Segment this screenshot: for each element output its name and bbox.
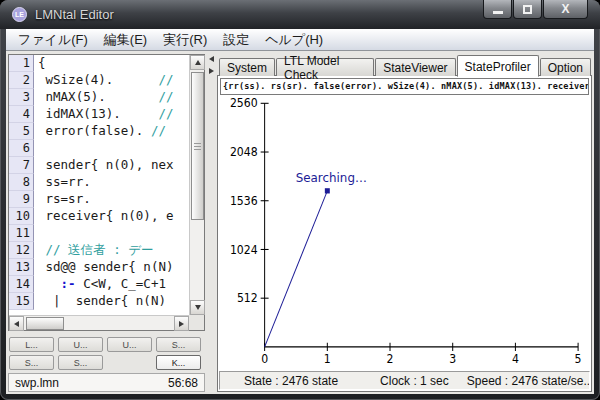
scroll-right-icon [179,321,184,327]
code-text[interactable]: error(false). // [34,123,189,140]
scroll-right-button[interactable] [174,316,189,331]
action-button-5[interactable]: S... [58,355,103,370]
comment-text: // [151,123,166,138]
code-text[interactable]: idMAX(13). // [34,106,189,123]
line-number: 3 [9,89,34,106]
code-text[interactable] [34,225,189,242]
code-text[interactable]: sd@@ sender{ n(N) [34,259,189,276]
code-text[interactable]: :- C<W, C_=C+1 [34,276,189,293]
editor-line: 7 sender{ n(0), nex [9,157,189,174]
code-token: idMAX(13). [38,106,158,121]
editor-line: 15 | sender{ n(N) [9,293,189,310]
code-text[interactable]: // 送信者 : デー [34,242,189,259]
main-content: 1{2 wSize(4). //3 nMAX(5). //4 idMAX(13)… [6,52,594,394]
app-icon-label: LE [15,11,24,18]
editor-vertical-scrollbar[interactable] [189,55,204,315]
svg-text:5: 5 [575,352,582,365]
editor-horizontal-scrollbar[interactable] [9,315,189,330]
code-text[interactable] [34,140,189,157]
tab-system[interactable]: System [219,58,275,76]
code-token: sd@@ sender{ n(N) [38,259,173,274]
tab-option[interactable]: Option [540,58,591,76]
divider-expand-right-icon[interactable] [209,68,214,74]
editor-line: 6 [9,140,189,157]
code-text[interactable]: nMAX(5). // [34,89,189,106]
tab-ltl-model-check[interactable]: LTL Model Check [276,58,374,76]
editor-line: 14 :- C<W, C_=C+1 [9,276,189,293]
profiler-status-bar: State : 2476 state Clock : 1 sec Speed :… [219,371,590,390]
svg-text:2560: 2560 [230,97,258,110]
code-text[interactable]: sender{ n(0), nex [34,157,189,174]
action-button-3[interactable]: S... [156,337,201,352]
tab-stateviewer[interactable]: StateViewer [375,58,455,76]
code-text[interactable]: wSize(4). // [34,72,189,89]
line-number: 8 [9,174,34,191]
line-number: 2 [9,72,34,89]
split-divider[interactable] [207,54,215,392]
code-token: wSize(4). [38,72,158,87]
action-button-0[interactable]: L... [9,337,54,352]
scrollbar-corner [189,315,204,330]
svg-text:1536: 1536 [230,195,258,208]
window-body: ファイル(F)編集(E)実行(R)設定ヘルプ(H) 1{2 wSize(4). … [6,29,594,394]
editor-line: 1{ [9,55,189,72]
tab-stateprofiler[interactable]: StateProfiler [457,55,539,77]
action-button-1[interactable]: U... [58,337,103,352]
menu-item-0[interactable]: ファイル(F) [10,29,96,51]
svg-text:1: 1 [324,352,331,365]
code-token: receiver{ n(0), e [38,208,173,223]
menu-bar: ファイル(F)編集(E)実行(R)設定ヘルプ(H) [6,29,594,51]
code-token: { [38,55,46,70]
maximize-button[interactable] [513,0,542,19]
editor-line: 13 sd@@ sender{ n(N) [9,259,189,276]
line-number: 13 [9,259,34,276]
action-button-4[interactable]: S... [9,355,54,370]
current-state-field[interactable]: {rr(ss). rs(sr). false(error). wSize(4).… [220,78,589,95]
code-token: C<W, C_=C+1 [76,276,166,291]
code-text[interactable]: { [34,55,189,72]
state-profiler-panel: {rr(ss). rs(sr). false(error). wSize(4).… [217,75,592,392]
code-token: ss=rr. [38,174,91,189]
scroll-left-button[interactable] [9,316,24,331]
app-window: LE LMNtal Editor X ファイル(F)編集(E)実行(R)設定ヘル… [0,0,600,400]
minimize-button[interactable] [483,0,512,19]
code-text[interactable]: rs=sr. [34,191,189,208]
code-text[interactable]: | sender{ n(N) [34,293,189,310]
scroll-down-button[interactable] [190,300,205,315]
line-number: 11 [9,225,34,242]
editor-line: 12 // 送信者 : デー [9,242,189,259]
line-number: 4 [9,106,34,123]
code-editor[interactable]: 1{2 wSize(4). //3 nMAX(5). //4 idMAX(13)… [8,54,205,331]
code-token: rs=sr. [38,191,91,206]
tab-bar: SystemLTL Model CheckStateViewerStatePro… [217,54,592,76]
svg-text:2048: 2048 [230,146,258,159]
profiler-pane: SystemLTL Model CheckStateViewerStatePro… [217,54,592,392]
scroll-up-button[interactable] [190,55,205,70]
vertical-scroll-thumb[interactable] [191,72,204,220]
editor-rows: 1{2 wSize(4). //3 nMAX(5). //4 idMAX(13)… [9,55,189,315]
code-text[interactable]: ss=rr. [34,174,189,191]
code-token: sender{ n(0), nex [38,157,173,172]
thumb-grip [194,143,201,144]
menu-item-3[interactable]: 設定 [215,29,257,51]
horizontal-scroll-thumb[interactable] [26,317,64,330]
action-button-7[interactable]: K... [156,355,201,370]
divider-collapse-left-icon[interactable] [209,56,214,62]
minimize-icon [493,11,503,14]
editor-line: 2 wSize(4). // [9,72,189,89]
line-number: 5 [9,123,34,140]
app-icon: LE [12,7,27,22]
editor-pane: 1{2 wSize(4). //3 nMAX(5). //4 idMAX(13)… [8,54,205,392]
menu-item-1[interactable]: 編集(E) [96,29,155,51]
action-button-2[interactable]: U... [107,337,152,352]
window-controls: X [483,0,588,19]
menu-item-4[interactable]: ヘルプ(H) [257,29,331,51]
code-text[interactable]: receiver{ n(0), e [34,208,189,225]
menu-item-2[interactable]: 実行(R) [155,29,215,51]
scroll-up-icon [195,60,201,65]
code-token [38,276,61,291]
title-bar[interactable]: LE LMNtal Editor X [0,0,600,29]
editor-line: 4 idMAX(13). // [9,106,189,123]
svg-text:3: 3 [449,352,456,365]
close-button[interactable]: X [543,0,588,19]
